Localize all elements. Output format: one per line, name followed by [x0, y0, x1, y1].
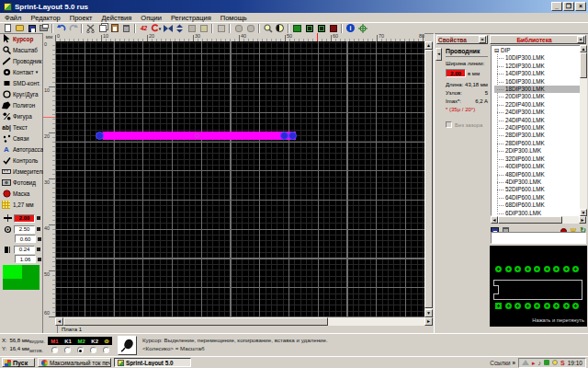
smd-height-input[interactable] — [15, 255, 36, 263]
library-item[interactable]: 24DIP600.LMK — [494, 124, 585, 132]
library-vertical-scrollbar[interactable]: ▲ ▼ — [580, 45, 587, 216]
library-item[interactable]: 10DIP300.LMK — [494, 54, 585, 62]
scroll-down-icon[interactable]: ▼ — [424, 309, 433, 317]
taskbar-task-sprint-layout[interactable]: Sprint-Layout 5.0 — [114, 358, 191, 367]
footprint-preview[interactable]: Нажать и перетянуть — [490, 246, 587, 327]
library-hscroll-thumb[interactable] — [498, 216, 562, 224]
minimize-button[interactable]: _ — [551, 2, 562, 11]
library-item[interactable]: 48DIP600.LMK — [494, 171, 585, 178]
layer-k1-radio[interactable] — [64, 347, 71, 353]
tray-pointer-icon[interactable]: ▸ — [532, 360, 536, 366]
zoom-icon[interactable] — [262, 23, 274, 33]
taskbar-clock[interactable]: 19:10 — [568, 360, 582, 366]
library-item[interactable]: 2DIP300.LMK — [494, 147, 585, 155]
rotate-angle-icon[interactable]: 42 — [138, 23, 150, 33]
mirror-horizontal-icon[interactable] — [162, 23, 174, 33]
menu-project[interactable]: Проект — [65, 14, 97, 22]
pcb-canvas[interactable] — [55, 41, 424, 317]
link-icon[interactable] — [232, 23, 244, 33]
mouse-mode-button[interactable] — [118, 336, 137, 355]
pad-dropdown-icon[interactable]: ▾ — [36, 70, 39, 74]
macro-red-icon[interactable] — [327, 23, 339, 33]
tool-measure[interactable]: Измеритель — [0, 166, 42, 177]
tree-node-dip[interactable]: ⊟ DIP — [494, 47, 585, 54]
library-item[interactable]: 16DIP300.LMK — [494, 78, 585, 86]
layer-m2-toggle[interactable]: М2 — [77, 339, 85, 344]
canvas-horizontal-scrollbar[interactable]: ◄ ► — [55, 317, 433, 326]
tool-circle[interactable]: Круг/Дуга — [0, 88, 42, 99]
undo-icon[interactable] — [55, 23, 67, 33]
restore-button[interactable]: ❐ — [563, 2, 574, 11]
track-width-unit-icon[interactable] — [37, 216, 40, 220]
scroll-left-icon[interactable]: ◄ — [55, 317, 63, 326]
scroll-up-icon[interactable]: ▲ — [580, 45, 587, 52]
library-item[interactable]: 68DIP600.LMK — [494, 201, 585, 209]
tray-volume-icon[interactable]: ♪ — [538, 360, 542, 366]
menu-registration[interactable]: Регистрация — [166, 14, 216, 22]
tool-photoview[interactable]: Фотовид — [0, 177, 42, 188]
mirror-vertical-icon[interactable] — [174, 23, 186, 33]
tool-smd[interactable]: SMD-конт. — [0, 77, 42, 88]
rotate-icon[interactable]: ▾ — [150, 23, 162, 33]
layer-m1-radio[interactable] — [51, 347, 58, 353]
tool-ratsnest[interactable]: Связи — [0, 132, 42, 144]
trace-node[interactable] — [288, 132, 297, 140]
redo-icon[interactable] — [67, 23, 79, 33]
menu-file[interactable]: Файл — [0, 14, 26, 22]
tray-icon-1[interactable] — [522, 360, 529, 365]
delete-icon[interactable] — [120, 23, 132, 33]
library-item[interactable]: 4DIP300.LMK — [494, 178, 585, 186]
photoview-icon[interactable] — [291, 23, 303, 33]
layer-color-swatch[interactable] — [3, 265, 40, 290]
tool-cursor[interactable]: Курсор — [0, 33, 42, 44]
taskbar-task-max-current[interactable]: Максимальный ток печ... — [38, 358, 111, 367]
tool-autoroute[interactable]: AАвтотрасса — [0, 144, 42, 155]
save-icon[interactable] — [26, 23, 38, 33]
library-item[interactable]: 6DIP300.LMK — [494, 210, 585, 216]
tool-mask[interactable]: Маска — [0, 188, 42, 199]
trace-node[interactable] — [280, 132, 288, 140]
pad-drill-unit-icon[interactable] — [38, 237, 41, 241]
width-input[interactable] — [446, 69, 466, 77]
layer-f-radio[interactable] — [103, 347, 109, 353]
smd-width-unit-icon[interactable] — [37, 247, 40, 251]
library-horizontal-scrollbar[interactable]: ◄ ► — [491, 216, 586, 224]
tray-icon-3[interactable]: S — [560, 360, 565, 366]
library-item-selected[interactable]: 18DIP300.LMK — [494, 86, 585, 93]
macro-top-icon[interactable] — [303, 23, 315, 33]
tool-pad[interactable]: Контакт▾ — [0, 66, 42, 77]
pad-outer-input[interactable] — [14, 225, 35, 234]
layer-m1-toggle[interactable]: М1 — [51, 339, 58, 344]
smd-width-input[interactable] — [14, 246, 35, 254]
stamp-icon[interactable] — [215, 23, 227, 33]
menu-options[interactable]: Опции — [136, 14, 166, 22]
library-item[interactable]: 28DIP300.LMK — [494, 132, 585, 139]
crosshair-icon[interactable] — [356, 23, 368, 33]
scroll-up-icon[interactable]: ▲ — [424, 41, 433, 50]
panel-collapse-icon[interactable]: ◄ — [435, 48, 442, 61]
layer-m2-radio[interactable] — [77, 347, 84, 353]
scroll-right-icon[interactable]: ► — [424, 317, 433, 326]
tray-icon-2[interactable] — [544, 360, 549, 365]
tool-shape[interactable]: Фигура — [0, 110, 42, 121]
macro-bottom-icon[interactable] — [315, 23, 327, 33]
library-item[interactable]: 14DIP300.LMK — [494, 70, 585, 77]
tool-track[interactable]: Проводник — [0, 55, 42, 66]
menu-edit[interactable]: Редактор — [26, 14, 64, 22]
menu-actions[interactable]: Действия — [96, 14, 136, 22]
library-item[interactable]: 28DIP600.LMK — [494, 140, 585, 147]
vertical-scroll-thumb[interactable] — [424, 50, 433, 308]
scroll-right-icon[interactable]: ► — [579, 216, 586, 224]
info-icon[interactable]: i — [345, 23, 356, 33]
trace-midpoint-handle[interactable] — [195, 133, 199, 138]
library-item[interactable]: 52DIP600.LMK — [494, 186, 585, 193]
layer-k1-toggle[interactable]: K1 — [64, 339, 72, 344]
scroll-left-icon[interactable]: ◄ — [491, 216, 498, 224]
trace-node[interactable] — [96, 132, 104, 140]
cut-icon[interactable] — [85, 23, 96, 33]
menu-help[interactable]: Помощь — [216, 14, 252, 22]
canvas-vertical-scrollbar[interactable]: ▲ ▼ — [424, 41, 433, 317]
library-item[interactable]: 32DIP600.LMK — [494, 155, 585, 163]
library-item[interactable]: 22DIP400.LMK — [494, 101, 585, 109]
layer-k2-radio[interactable] — [90, 347, 96, 353]
